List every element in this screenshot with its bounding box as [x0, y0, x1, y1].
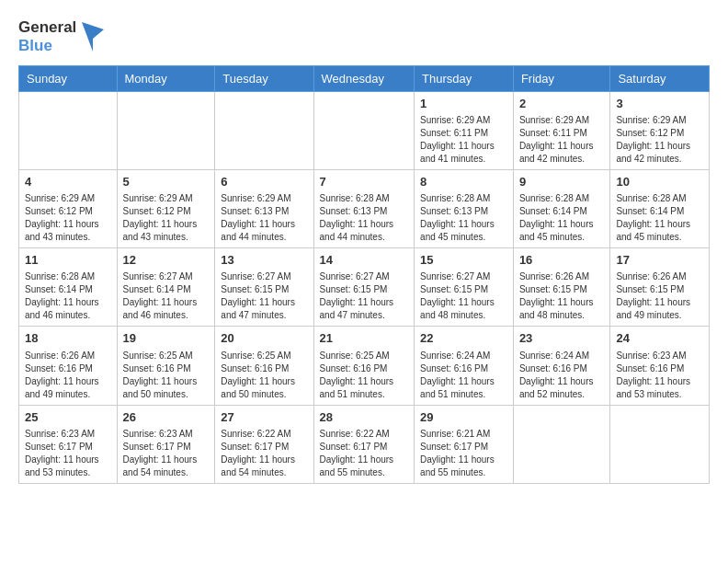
calendar-week-row: 18Sunrise: 6:26 AM Sunset: 6:16 PM Dayli…: [19, 327, 710, 405]
calendar-cell: 17Sunrise: 6:26 AM Sunset: 6:15 PM Dayli…: [610, 248, 710, 327]
day-info: Sunrise: 6:29 AM Sunset: 6:11 PM Dayligh…: [519, 114, 605, 166]
day-number: 15: [420, 252, 507, 269]
calendar-cell: 1Sunrise: 6:29 AM Sunset: 6:11 PM Daylig…: [415, 91, 514, 169]
day-number: 8: [420, 174, 507, 190]
calendar-cell: 5Sunrise: 6:29 AM Sunset: 6:12 PM Daylig…: [117, 169, 215, 247]
day-number: 10: [616, 174, 703, 190]
logo-general-text: General: [18, 18, 76, 37]
calendar-cell: 24Sunrise: 6:23 AM Sunset: 6:16 PM Dayli…: [610, 327, 710, 405]
calendar-week-row: 25Sunrise: 6:23 AM Sunset: 6:17 PM Dayli…: [19, 405, 710, 483]
day-number: 17: [616, 252, 703, 269]
day-info: Sunrise: 6:25 AM Sunset: 6:16 PM Dayligh…: [123, 350, 210, 401]
day-number: 6: [221, 174, 307, 190]
logo-blue-text: Blue: [18, 37, 76, 55]
calendar-week-row: 1Sunrise: 6:29 AM Sunset: 6:11 PM Daylig…: [19, 91, 710, 169]
calendar-cell: 19Sunrise: 6:25 AM Sunset: 6:16 PM Dayli…: [117, 327, 215, 405]
day-info: Sunrise: 6:23 AM Sunset: 6:16 PM Dayligh…: [616, 350, 703, 401]
page-header: GeneralBlue: [18, 18, 710, 56]
day-info: Sunrise: 6:29 AM Sunset: 6:11 PM Dayligh…: [420, 114, 507, 166]
day-info: Sunrise: 6:27 AM Sunset: 6:15 PM Dayligh…: [420, 270, 507, 322]
day-of-week-header: Friday: [513, 65, 610, 91]
day-of-week-header: Tuesday: [215, 65, 313, 91]
day-number: 21: [320, 330, 409, 347]
calendar-cell: 29Sunrise: 6:21 AM Sunset: 6:17 PM Dayli…: [415, 405, 514, 483]
day-info: Sunrise: 6:24 AM Sunset: 6:16 PM Dayligh…: [519, 350, 605, 401]
calendar-cell: 18Sunrise: 6:26 AM Sunset: 6:16 PM Dayli…: [19, 327, 118, 405]
day-number: 26: [123, 409, 210, 426]
day-info: Sunrise: 6:26 AM Sunset: 6:16 PM Dayligh…: [25, 350, 111, 401]
calendar-cell: 10Sunrise: 6:28 AM Sunset: 6:14 PM Dayli…: [610, 169, 710, 247]
day-number: 29: [420, 409, 507, 426]
day-number: 2: [519, 96, 605, 112]
calendar-cell: 9Sunrise: 6:28 AM Sunset: 6:14 PM Daylig…: [513, 169, 610, 247]
calendar-cell: 27Sunrise: 6:22 AM Sunset: 6:17 PM Dayli…: [215, 405, 313, 483]
calendar-cell: 4Sunrise: 6:29 AM Sunset: 6:12 PM Daylig…: [19, 169, 118, 247]
day-info: Sunrise: 6:25 AM Sunset: 6:16 PM Dayligh…: [320, 350, 409, 401]
calendar-cell: 2Sunrise: 6:29 AM Sunset: 6:11 PM Daylig…: [513, 91, 610, 169]
calendar-cell: 20Sunrise: 6:25 AM Sunset: 6:16 PM Dayli…: [215, 327, 313, 405]
day-info: Sunrise: 6:22 AM Sunset: 6:17 PM Dayligh…: [320, 428, 409, 479]
day-number: 1: [420, 96, 507, 112]
day-number: 20: [221, 330, 307, 347]
calendar-cell: 11Sunrise: 6:28 AM Sunset: 6:14 PM Dayli…: [19, 248, 118, 327]
calendar-cell: [19, 91, 118, 169]
calendar-cell: 23Sunrise: 6:24 AM Sunset: 6:16 PM Dayli…: [513, 327, 610, 405]
day-number: 18: [25, 330, 111, 347]
day-number: 16: [519, 252, 605, 269]
day-info: Sunrise: 6:29 AM Sunset: 6:13 PM Dayligh…: [221, 192, 307, 244]
calendar-cell: 14Sunrise: 6:27 AM Sunset: 6:15 PM Dayli…: [313, 248, 415, 327]
calendar-cell: [117, 91, 215, 169]
calendar-cell: [513, 405, 610, 483]
calendar-cell: 7Sunrise: 6:28 AM Sunset: 6:13 PM Daylig…: [313, 169, 415, 247]
calendar-cell: 26Sunrise: 6:23 AM Sunset: 6:17 PM Dayli…: [117, 405, 215, 483]
day-number: 5: [123, 174, 210, 190]
calendar-week-row: 11Sunrise: 6:28 AM Sunset: 6:14 PM Dayli…: [19, 248, 710, 327]
day-info: Sunrise: 6:29 AM Sunset: 6:12 PM Dayligh…: [123, 192, 210, 244]
calendar-cell: 28Sunrise: 6:22 AM Sunset: 6:17 PM Dayli…: [313, 405, 415, 483]
day-number: 13: [221, 252, 307, 269]
calendar-cell: 22Sunrise: 6:24 AM Sunset: 6:16 PM Dayli…: [415, 327, 514, 405]
day-info: Sunrise: 6:23 AM Sunset: 6:17 PM Dayligh…: [25, 428, 111, 479]
day-info: Sunrise: 6:27 AM Sunset: 6:14 PM Dayligh…: [123, 270, 210, 322]
calendar-cell: 21Sunrise: 6:25 AM Sunset: 6:16 PM Dayli…: [313, 327, 415, 405]
day-info: Sunrise: 6:28 AM Sunset: 6:14 PM Dayligh…: [519, 192, 605, 244]
day-info: Sunrise: 6:28 AM Sunset: 6:14 PM Dayligh…: [616, 192, 703, 244]
day-number: 22: [420, 330, 507, 347]
day-info: Sunrise: 6:25 AM Sunset: 6:16 PM Dayligh…: [221, 350, 307, 401]
day-info: Sunrise: 6:23 AM Sunset: 6:17 PM Dayligh…: [123, 428, 210, 479]
day-of-week-header: Wednesday: [313, 65, 415, 91]
calendar-cell: 15Sunrise: 6:27 AM Sunset: 6:15 PM Dayli…: [415, 248, 514, 327]
day-number: 28: [320, 409, 409, 426]
day-info: Sunrise: 6:21 AM Sunset: 6:17 PM Dayligh…: [420, 428, 507, 479]
day-info: Sunrise: 6:29 AM Sunset: 6:12 PM Dayligh…: [25, 192, 111, 244]
svg-marker-0: [82, 22, 104, 52]
day-info: Sunrise: 6:29 AM Sunset: 6:12 PM Dayligh…: [616, 114, 703, 166]
day-number: 25: [25, 409, 111, 426]
day-of-week-header: Saturday: [610, 65, 710, 91]
day-info: Sunrise: 6:26 AM Sunset: 6:15 PM Dayligh…: [616, 270, 703, 322]
day-number: 27: [221, 409, 307, 426]
logo: GeneralBlue: [18, 18, 106, 56]
calendar-table: SundayMondayTuesdayWednesdayThursdayFrid…: [18, 65, 710, 484]
day-number: 7: [320, 174, 409, 190]
day-info: Sunrise: 6:24 AM Sunset: 6:16 PM Dayligh…: [420, 350, 507, 401]
day-number: 14: [320, 252, 409, 269]
calendar-cell: 8Sunrise: 6:28 AM Sunset: 6:13 PM Daylig…: [415, 169, 514, 247]
day-of-week-header: Sunday: [19, 65, 118, 91]
calendar-week-row: 4Sunrise: 6:29 AM Sunset: 6:12 PM Daylig…: [19, 169, 710, 247]
day-of-week-header: Thursday: [415, 65, 514, 91]
day-number: 11: [25, 252, 111, 269]
day-info: Sunrise: 6:27 AM Sunset: 6:15 PM Dayligh…: [320, 270, 409, 322]
day-info: Sunrise: 6:26 AM Sunset: 6:15 PM Dayligh…: [519, 270, 605, 322]
day-number: 19: [123, 330, 210, 347]
calendar-cell: [215, 91, 313, 169]
day-info: Sunrise: 6:28 AM Sunset: 6:14 PM Dayligh…: [25, 270, 111, 322]
day-info: Sunrise: 6:27 AM Sunset: 6:15 PM Dayligh…: [221, 270, 307, 322]
calendar-cell: [610, 405, 710, 483]
day-of-week-header: Monday: [117, 65, 215, 91]
day-number: 24: [616, 330, 703, 347]
day-number: 9: [519, 174, 605, 190]
calendar-cell: 12Sunrise: 6:27 AM Sunset: 6:14 PM Dayli…: [117, 248, 215, 327]
day-number: 23: [519, 330, 605, 347]
day-info: Sunrise: 6:28 AM Sunset: 6:13 PM Dayligh…: [320, 192, 409, 244]
